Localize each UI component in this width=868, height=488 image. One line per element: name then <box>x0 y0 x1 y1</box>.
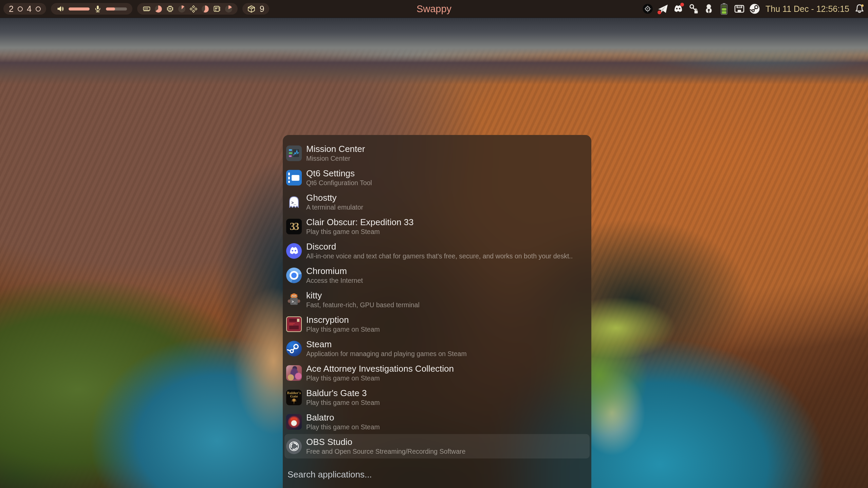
app-name: Ghostty <box>306 193 363 203</box>
app-description: Play this game on Steam <box>306 228 413 236</box>
steam-tray-icon[interactable] <box>749 3 760 15</box>
launcher-item-baldurs-gate-3[interactable]: Baldur's Gate Baldur's Gate 3 Play this … <box>284 385 590 410</box>
workspace-dot-icon[interactable] <box>18 6 23 12</box>
workspace-number[interactable]: 4 <box>27 3 32 15</box>
app-description: Play this game on Steam <box>306 374 454 383</box>
gpu-usage-pie <box>202 5 209 13</box>
top-bar: Swappy 2 4 <box>0 0 868 18</box>
search-input[interactable]: Search applications... <box>288 469 372 480</box>
app-name: Steam <box>306 339 467 350</box>
launcher-item-clair-obscur[interactable]: 33 Clair Obscur: Expedition 33 Play this… <box>284 214 590 239</box>
updates-count: 9 <box>260 4 264 14</box>
app-name: Inscryption <box>306 315 380 325</box>
launcher-item-qt6-settings[interactable]: Qt6 Settings Qt6 Configuration Tool <box>284 165 590 190</box>
launcher-item-chromium[interactable]: Chromium Access the Internet <box>284 263 590 288</box>
disk-usage-pie <box>225 5 232 13</box>
mic-slider[interactable] <box>106 7 127 11</box>
microphone-icon[interactable] <box>94 5 102 13</box>
ram-usage-pie <box>155 5 162 13</box>
keyring-tray-icon[interactable] <box>703 3 715 15</box>
app-name: Ace Attorney Investigations Collection <box>306 364 454 374</box>
mission-center-icon <box>286 145 302 161</box>
inscryption-icon <box>286 316 302 332</box>
package-icon <box>247 5 256 13</box>
launcher-item-steam[interactable]: Steam Application for managing and playi… <box>284 336 590 361</box>
app-name: OBS Studio <box>306 437 465 447</box>
keepassxc-tray-icon[interactable] <box>688 3 699 15</box>
ram-icon <box>143 5 151 13</box>
launcher-item-inscryption[interactable]: Inscryption Play this game on Steam <box>284 312 590 336</box>
telegram-notification-badge <box>658 11 661 14</box>
launcher-item-obs-studio[interactable]: OBS Studio Free and Open Source Streamin… <box>284 434 590 458</box>
app-description: Fast, feature-rich, GPU based terminal <box>306 301 420 309</box>
workspaces-widget[interactable]: 2 4 <box>3 3 46 15</box>
ace-attorney-icon <box>286 365 302 381</box>
app-name: Clair Obscur: Expedition 33 <box>306 217 413 228</box>
app-description: Play this game on Steam <box>306 325 380 334</box>
app-name: Mission Center <box>306 144 365 154</box>
app-description: Access the Internet <box>306 276 363 285</box>
app-description: Play this game on Steam <box>306 423 380 431</box>
app-name: Chromium <box>306 266 363 276</box>
discord-icon <box>286 243 302 259</box>
app-name: Discord <box>306 241 573 252</box>
bg3-emblem <box>289 398 299 405</box>
clair-obscur-icon: 33 <box>286 219 302 234</box>
clock[interactable]: Thu 11 Dec - 12:56:15 <box>765 4 849 14</box>
cpu-usage-pie <box>178 5 185 13</box>
balatro-icon <box>286 414 302 430</box>
discord-tray-icon[interactable] <box>672 3 684 15</box>
app-name: Baldur's Gate 3 <box>306 388 380 398</box>
steam-icon <box>286 341 302 356</box>
app-description: Play this game on Steam <box>306 398 380 407</box>
app-description: All-in-one voice and text chat for gamer… <box>306 252 573 260</box>
volume-slider[interactable] <box>69 7 90 11</box>
app-description: Mission Center <box>306 154 365 163</box>
cpu-icon <box>166 5 174 13</box>
ghostty-prompt-glyph: >_ <box>291 201 296 206</box>
kitty-prompt-glyph: >_ <box>292 300 296 304</box>
app-name: Qt6 Settings <box>306 168 372 179</box>
obs-studio-icon <box>286 438 302 454</box>
bar-right-modules: Thu 11 Dec - 12:56:15 <box>642 0 865 18</box>
ghostty-icon: >_ <box>286 194 302 210</box>
launcher-item-ghostty[interactable]: >_ Ghostty A terminal emulator <box>284 190 590 214</box>
app-description: Qt6 Configuration Tool <box>306 179 372 187</box>
updates-widget[interactable]: 9 <box>242 3 269 15</box>
discord-notification-badge <box>680 3 684 6</box>
notification-bell-icon[interactable] <box>854 3 865 15</box>
speaker-icon[interactable] <box>56 5 64 13</box>
steelseries-tray-icon[interactable] <box>642 3 653 15</box>
app-description: Application for managing and playing gam… <box>306 350 467 358</box>
qt6-settings-icon <box>286 170 302 186</box>
launcher-item-kitty[interactable]: >_ kitty Fast, feature-rich, GPU based t… <box>284 288 590 312</box>
app-name: kitty <box>306 290 420 301</box>
chromium-icon <box>286 268 302 283</box>
workspace-number[interactable]: 2 <box>9 3 14 15</box>
launcher-item-mission-center[interactable]: Mission Center Mission Center <box>284 141 590 165</box>
launcher-item-ace-attorney[interactable]: Ace Attorney Investigations Collection P… <box>284 361 590 385</box>
audio-widget <box>51 3 132 15</box>
app-description: A terminal emulator <box>306 203 363 212</box>
gpu-icon <box>189 5 198 13</box>
app-launcher-panel: Mission Center Mission Center Qt6 Settin… <box>283 135 591 488</box>
kitty-icon: >_ <box>286 292 302 308</box>
network-tray-icon[interactable] <box>734 3 745 15</box>
motherboard-icon <box>213 5 221 13</box>
app-name: Balatro <box>306 412 380 423</box>
bar-left-modules: 2 4 <box>3 0 269 18</box>
baldurs-gate-3-icon: Baldur's Gate <box>286 390 302 405</box>
workspace-dot-icon[interactable] <box>36 6 41 12</box>
system-monitor-widget <box>137 3 238 15</box>
battery-indicator-icon[interactable] <box>718 3 730 15</box>
launcher-item-balatro[interactable]: Balatro Play this game on Steam <box>284 410 590 434</box>
telegram-tray-icon[interactable] <box>657 3 669 15</box>
app-description: Free and Open Source Streaming/Recording… <box>306 447 465 456</box>
launcher-item-discord[interactable]: Discord All-in-one voice and text chat f… <box>284 239 590 263</box>
